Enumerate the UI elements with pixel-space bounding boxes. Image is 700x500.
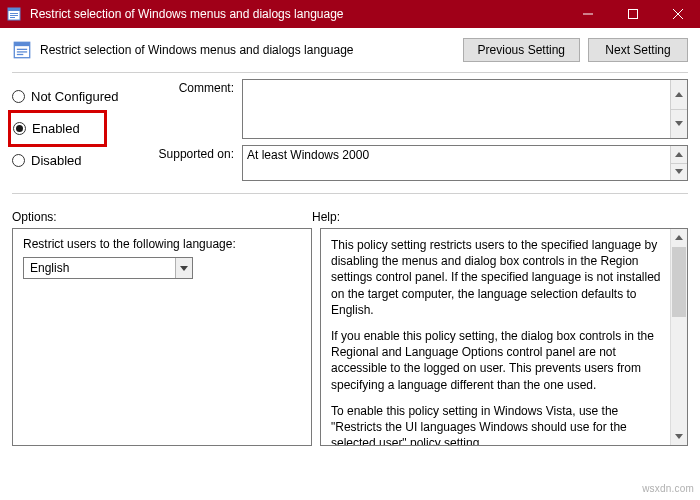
svg-marker-18 — [180, 266, 188, 271]
comment-label: Comment: — [152, 79, 242, 95]
radio-label: Enabled — [32, 121, 80, 136]
window-buttons — [565, 0, 700, 28]
radio-label: Not Configured — [31, 89, 118, 104]
next-setting-button[interactable]: Next Setting — [588, 38, 688, 62]
scroll-down-icon[interactable] — [671, 428, 687, 445]
radio-icon — [12, 90, 25, 103]
language-dropdown-value: English — [24, 261, 175, 275]
svg-marker-17 — [675, 169, 683, 174]
options-panel: Restrict users to the following language… — [12, 228, 312, 446]
scrollbar-track[interactable] — [671, 318, 687, 428]
titlebar: Restrict selection of Windows menus and … — [0, 0, 700, 28]
scroll-up-button[interactable] — [671, 80, 687, 109]
header-row: Restrict selection of Windows menus and … — [0, 28, 700, 66]
svg-rect-6 — [628, 10, 637, 19]
help-text: This policy setting restricts users to t… — [331, 237, 667, 446]
svg-rect-3 — [10, 15, 18, 16]
scroll-up-button[interactable] — [671, 146, 687, 163]
supported-row: Supported on: At least Windows 2000 — [152, 145, 688, 181]
state-radio-group: Not Configured Enabled Disabled — [12, 79, 152, 187]
help-paragraph: This policy setting restricts users to t… — [331, 237, 667, 318]
svg-rect-10 — [14, 42, 29, 46]
supported-scroll — [670, 146, 687, 180]
policy-icon — [12, 40, 32, 60]
svg-rect-4 — [10, 17, 15, 18]
radio-enabled[interactable]: Enabled — [13, 121, 80, 136]
scroll-up-icon[interactable] — [671, 229, 687, 246]
options-label: Options: — [12, 210, 312, 224]
supported-value: At least Windows 2000 — [243, 146, 670, 180]
scroll-down-button[interactable] — [671, 163, 687, 181]
svg-marker-20 — [675, 434, 683, 439]
scrollbar-thumb[interactable] — [672, 247, 686, 317]
help-label: Help: — [312, 210, 340, 224]
language-dropdown[interactable]: English — [23, 257, 193, 279]
comment-scroll — [670, 80, 687, 138]
svg-marker-19 — [675, 235, 683, 240]
svg-rect-12 — [17, 51, 27, 52]
lower-labels: Options: Help: — [0, 194, 700, 228]
radio-icon — [12, 154, 25, 167]
settings-row: Not Configured Enabled Disabled Comment: — [0, 73, 700, 187]
help-scrollbar[interactable] — [670, 229, 687, 445]
help-paragraph: If you enable this policy setting, the d… — [331, 328, 667, 393]
chevron-down-icon — [175, 258, 192, 278]
radio-label: Disabled — [31, 153, 82, 168]
close-button[interactable] — [655, 0, 700, 28]
highlight-box: Enabled — [8, 110, 107, 147]
help-panel: This policy setting restricts users to t… — [320, 228, 688, 446]
radio-not-configured[interactable]: Not Configured — [12, 89, 152, 104]
svg-marker-15 — [675, 121, 683, 126]
window-title: Restrict selection of Windows menus and … — [30, 7, 565, 21]
restrict-language-label: Restrict users to the following language… — [23, 237, 301, 251]
svg-rect-13 — [17, 54, 23, 55]
comment-row: Comment: — [152, 79, 688, 139]
policy-title: Restrict selection of Windows menus and … — [40, 43, 455, 57]
radio-icon — [13, 122, 26, 135]
svg-rect-11 — [17, 49, 27, 50]
minimize-button[interactable] — [565, 0, 610, 28]
lower-row: Restrict users to the following language… — [0, 228, 700, 458]
svg-marker-14 — [675, 92, 683, 97]
radio-disabled[interactable]: Disabled — [12, 153, 152, 168]
svg-marker-16 — [675, 152, 683, 157]
supported-textarea: At least Windows 2000 — [242, 145, 688, 181]
app-icon — [6, 6, 22, 22]
watermark: wsxdn.com — [642, 483, 694, 494]
comment-textarea[interactable] — [242, 79, 688, 139]
maximize-button[interactable] — [610, 0, 655, 28]
svg-rect-1 — [8, 8, 20, 11]
previous-setting-button[interactable]: Previous Setting — [463, 38, 580, 62]
form-column: Comment: Supported on: At least Windows … — [152, 79, 688, 187]
help-paragraph: To enable this policy setting in Windows… — [331, 403, 667, 446]
svg-rect-2 — [10, 13, 18, 14]
scroll-down-button[interactable] — [671, 109, 687, 139]
comment-value — [243, 80, 670, 138]
supported-label: Supported on: — [152, 145, 242, 161]
